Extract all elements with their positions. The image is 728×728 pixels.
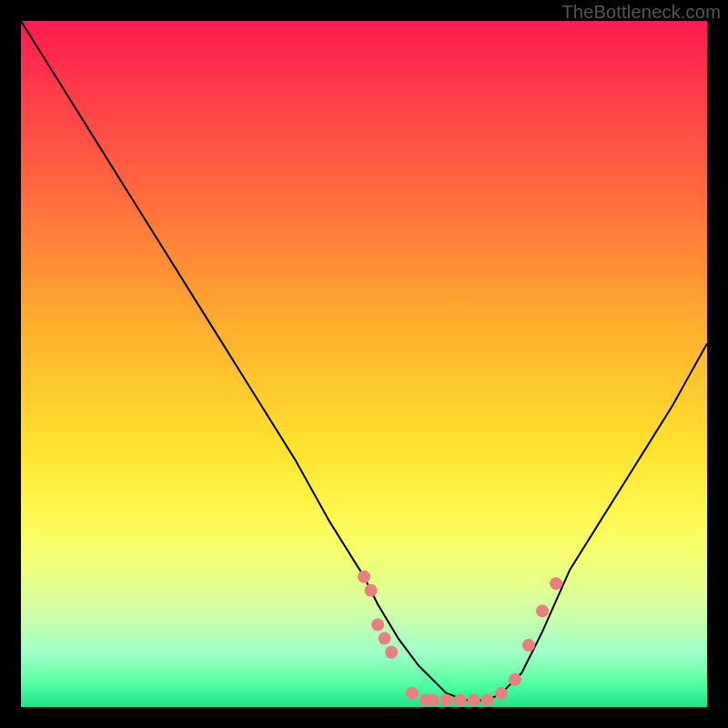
data-marker <box>358 571 370 583</box>
data-marker <box>536 604 549 617</box>
data-marker <box>468 694 480 707</box>
data-marker <box>495 687 508 700</box>
data-marker <box>454 694 467 707</box>
plot-area <box>21 21 707 707</box>
data-marker <box>440 694 453 707</box>
data-marker <box>522 639 535 652</box>
data-markers <box>358 571 562 707</box>
watermark-text: TheBottleneck.com <box>561 2 721 23</box>
data-marker <box>509 673 521 686</box>
data-marker <box>481 694 494 707</box>
data-marker <box>379 632 391 645</box>
chart-frame: TheBottleneck.com <box>0 0 728 728</box>
bottleneck-curve <box>21 21 707 701</box>
data-marker <box>426 694 439 707</box>
data-marker <box>385 646 398 659</box>
data-marker <box>365 584 378 597</box>
data-marker <box>371 619 384 632</box>
data-marker <box>406 687 419 700</box>
data-marker <box>550 577 562 590</box>
curve-svg <box>21 21 707 707</box>
